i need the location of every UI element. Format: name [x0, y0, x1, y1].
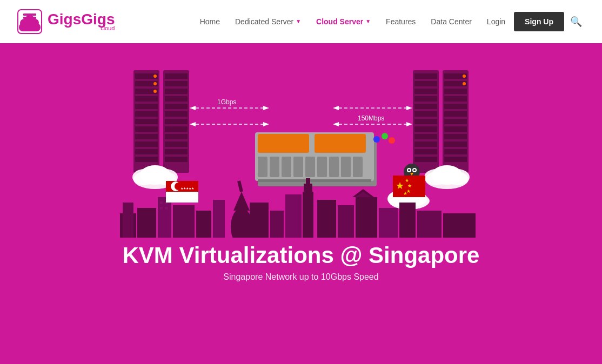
svg-point-21 — [153, 75, 157, 78]
svg-rect-51 — [414, 141, 437, 147]
svg-rect-144 — [338, 205, 354, 238]
svg-rect-65 — [444, 149, 467, 154]
svg-marker-75 — [263, 106, 269, 110]
hero-section: 1Gbps 150Mbps — [0, 43, 602, 364]
svg-marker-82 — [406, 122, 412, 126]
svg-text:★: ★ — [396, 180, 404, 191]
svg-marker-135 — [233, 192, 250, 211]
logo[interactable]: GigsGigs cloud — [16, 8, 115, 35]
svg-rect-26 — [165, 81, 188, 86]
left-rack-group — [132, 70, 189, 189]
nav-home[interactable]: Home — [193, 13, 226, 30]
svg-rect-18 — [135, 141, 158, 147]
svg-rect-147 — [399, 203, 416, 238]
svg-rect-119 — [123, 203, 133, 238]
svg-point-102 — [382, 133, 388, 139]
svg-rect-123 — [196, 211, 211, 238]
svg-rect-121 — [158, 197, 171, 238]
svg-rect-12 — [135, 96, 158, 102]
svg-rect-35 — [165, 149, 188, 154]
svg-rect-52 — [414, 149, 437, 154]
svg-rect-33 — [165, 134, 188, 139]
svg-rect-142 — [306, 178, 310, 186]
svg-rect-46 — [414, 104, 437, 109]
svg-rect-43 — [414, 81, 437, 86]
svg-marker-86 — [406, 106, 412, 110]
svg-rect-59 — [444, 104, 467, 109]
svg-rect-36 — [165, 157, 188, 162]
svg-rect-94 — [293, 157, 303, 177]
svg-text:1Gbps: 1Gbps — [217, 98, 236, 106]
svg-rect-61 — [444, 119, 467, 124]
svg-rect-13 — [135, 104, 158, 109]
nav-cloud-server[interactable]: Cloud Server▼ — [310, 13, 377, 30]
svg-marker-85 — [333, 106, 339, 110]
svg-rect-97 — [329, 157, 339, 177]
svg-rect-29 — [165, 104, 188, 109]
svg-rect-143 — [317, 200, 336, 238]
svg-point-103 — [389, 137, 395, 144]
svg-point-40 — [140, 165, 170, 185]
nav-dedicated-server[interactable]: Dedicated Server▼ — [229, 13, 307, 30]
svg-rect-32 — [165, 126, 188, 132]
svg-rect-120 — [137, 208, 156, 238]
svg-point-101 — [373, 136, 380, 143]
svg-rect-95 — [305, 157, 315, 177]
svg-text:★: ★ — [403, 191, 407, 196]
svg-rect-42 — [414, 73, 437, 79]
hero-illustration: 1Gbps 150Mbps — [112, 54, 490, 238]
svg-point-67 — [463, 75, 466, 78]
svg-rect-62 — [444, 126, 467, 132]
central-server — [255, 132, 395, 186]
svg-text:★: ★ — [407, 183, 412, 188]
svg-rect-4 — [23, 14, 36, 16]
signup-button[interactable]: Sign Up — [514, 12, 564, 31]
svg-rect-53 — [414, 157, 437, 162]
svg-text:★★★★★: ★★★★★ — [180, 187, 194, 190]
svg-rect-64 — [444, 141, 467, 147]
svg-rect-45 — [414, 96, 437, 102]
svg-point-22 — [153, 82, 157, 85]
search-icon[interactable]: 🔍 — [566, 12, 586, 31]
right-rack-group — [413, 70, 470, 189]
svg-rect-50 — [414, 134, 437, 139]
svg-line-136 — [239, 181, 242, 192]
svg-rect-31 — [165, 119, 188, 124]
svg-rect-49 — [414, 126, 437, 132]
svg-text:150Mbps: 150Mbps — [358, 114, 384, 122]
svg-rect-27 — [165, 89, 188, 94]
svg-rect-100 — [258, 179, 371, 182]
svg-rect-63 — [444, 134, 467, 139]
svg-marker-78 — [190, 122, 196, 126]
svg-point-134 — [231, 208, 252, 238]
svg-rect-148 — [417, 211, 442, 238]
svg-rect-92 — [270, 157, 279, 177]
svg-rect-93 — [282, 157, 291, 177]
svg-marker-74 — [190, 106, 196, 110]
svg-rect-96 — [317, 157, 327, 177]
main-nav: Home Dedicated Server▼ Cloud Server▼ Fea… — [193, 12, 586, 31]
svg-rect-25 — [165, 73, 188, 79]
svg-rect-19 — [135, 149, 158, 154]
svg-rect-122 — [173, 205, 195, 238]
svg-point-109 — [408, 169, 410, 171]
nav-login[interactable]: Login — [480, 13, 512, 30]
svg-rect-140 — [303, 192, 313, 238]
chevron-down-icon: ▼ — [296, 18, 301, 24]
nav-features[interactable]: Features — [379, 13, 422, 30]
svg-marker-81 — [333, 122, 339, 126]
svg-rect-34 — [165, 141, 188, 147]
chevron-down-icon: ▼ — [365, 18, 371, 24]
header: GigsGigs cloud Home Dedicated Server▼ Cl… — [0, 0, 602, 43]
hero-subtitle: Singapore Network up to 10Gbps Speed — [123, 272, 480, 282]
nav-data-center[interactable]: Data Center — [424, 13, 478, 30]
svg-rect-125 — [160, 201, 163, 204]
svg-rect-90 — [315, 134, 366, 153]
svg-rect-138 — [270, 211, 284, 238]
svg-rect-20 — [135, 157, 158, 162]
hero-title: KVM Virtualizations @ Singapore — [123, 243, 480, 268]
svg-rect-5 — [23, 17, 36, 19]
svg-rect-48 — [414, 119, 437, 124]
svg-point-23 — [153, 90, 157, 93]
svg-marker-79 — [263, 122, 269, 126]
